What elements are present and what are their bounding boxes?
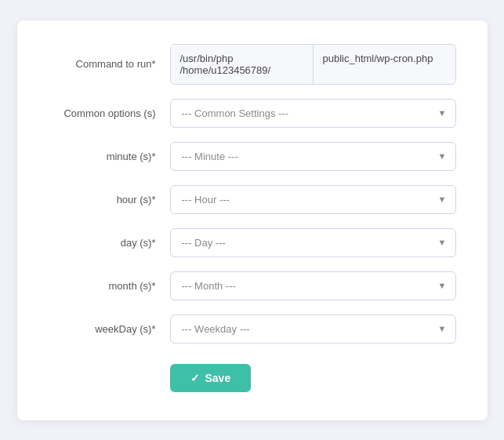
day-row: day (s)* --- Day --- ▼ — [49, 228, 456, 257]
command-row: Command to run* /usr/bin/php /home/u1234… — [49, 44, 456, 85]
weekday-select-wrapper: --- Weekday --- ▼ — [170, 315, 456, 344]
minute-select[interactable]: --- Minute --- — [170, 142, 456, 171]
month-label: month (s)* — [49, 280, 170, 292]
save-button[interactable]: ✓ Save — [170, 364, 252, 392]
minute-row: minute (s)* --- Minute --- ▼ — [49, 142, 456, 171]
day-label: day (s)* — [49, 237, 170, 249]
save-row: ✓ Save — [49, 358, 456, 392]
hour-select-wrapper: --- Hour --- ▼ — [170, 185, 456, 214]
month-select[interactable]: --- Month --- — [170, 271, 456, 300]
weekday-row: weekDay (s)* --- Weekday --- ▼ — [49, 315, 456, 344]
day-select[interactable]: --- Day --- — [170, 228, 456, 257]
command-part2: public_html/wp-cron.php — [314, 45, 455, 84]
hour-select[interactable]: --- Hour --- — [170, 185, 456, 214]
command-part1: /usr/bin/php /home/u123456789/ — [171, 45, 314, 84]
hour-row: hour (s)* --- Hour --- ▼ — [49, 185, 456, 214]
cron-form-card: Command to run* /usr/bin/php /home/u1234… — [17, 20, 488, 420]
minute-label: minute (s)* — [49, 151, 170, 162]
minute-select-wrapper: --- Minute --- ▼ — [170, 142, 456, 171]
month-row: month (s)* --- Month --- ▼ — [49, 271, 456, 300]
common-options-select-wrapper: --- Common Settings --- ▼ — [170, 99, 456, 128]
common-options-select[interactable]: --- Common Settings --- — [170, 99, 456, 128]
save-label: Save — [205, 372, 231, 384]
weekday-label: weekDay (s)* — [49, 323, 170, 335]
hour-label: hour (s)* — [49, 194, 170, 205]
weekday-select[interactable]: --- Weekday --- — [170, 315, 456, 344]
day-select-wrapper: --- Day --- ▼ — [170, 228, 456, 257]
common-options-label: Common options (s) — [49, 107, 170, 119]
command-label: Command to run* — [49, 58, 170, 70]
check-icon: ✓ — [190, 372, 200, 384]
month-select-wrapper: --- Month --- ▼ — [170, 271, 456, 300]
command-split-input: /usr/bin/php /home/u123456789/ public_ht… — [170, 44, 456, 85]
common-options-row: Common options (s) --- Common Settings -… — [49, 99, 456, 128]
